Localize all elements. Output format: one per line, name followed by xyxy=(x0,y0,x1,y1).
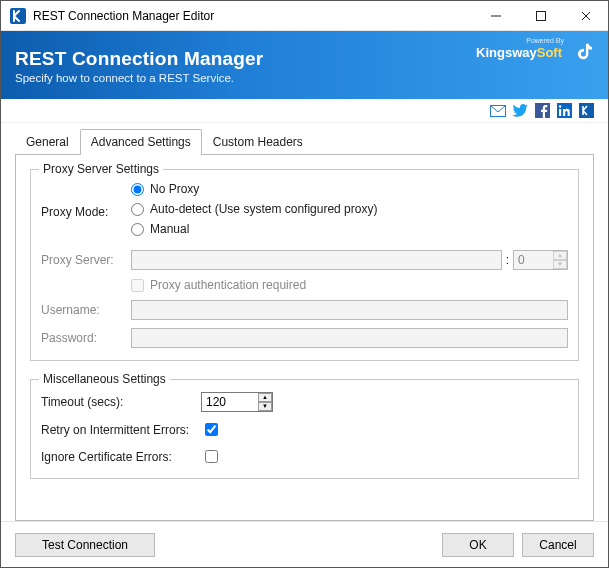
banner-brands: Powered By KingswaySoft xyxy=(476,41,596,63)
proxy-mode-no-proxy[interactable] xyxy=(131,183,144,196)
proxy-mode-label: Proxy Mode: xyxy=(41,205,131,219)
titlebar: REST Connection Manager Editor xyxy=(1,1,608,31)
timeout-label: Timeout (secs): xyxy=(41,395,201,409)
username-input[interactable] xyxy=(131,300,568,320)
timeout-down[interactable]: ▼ xyxy=(258,402,272,411)
proxy-mode-manual[interactable] xyxy=(131,223,144,236)
twitter-icon[interactable] xyxy=(512,103,528,119)
tabs-area: General Advanced Settings Custom Headers… xyxy=(1,123,608,521)
proxy-server-label: Proxy Server: xyxy=(41,253,131,267)
window: REST Connection Manager Editor REST Conn… xyxy=(0,0,609,568)
tab-advanced-settings[interactable]: Advanced Settings xyxy=(80,129,202,155)
ok-button[interactable]: OK xyxy=(442,533,514,557)
misc-legend: Miscellaneous Settings xyxy=(39,372,170,386)
ignore-cert-label: Ignore Certificate Errors: xyxy=(41,450,201,464)
tiktok-icon xyxy=(574,41,596,63)
kingswaysoft-logo: Powered By KingswaySoft xyxy=(476,45,562,60)
tab-custom-headers[interactable]: Custom Headers xyxy=(202,129,314,155)
proxy-mode-auto[interactable] xyxy=(131,203,144,216)
password-input[interactable] xyxy=(131,328,568,348)
tabstrip: General Advanced Settings Custom Headers xyxy=(15,129,594,155)
banner: REST Connection Manager Specify how to c… xyxy=(1,31,608,99)
window-title: REST Connection Manager Editor xyxy=(33,9,214,23)
svg-rect-1 xyxy=(491,15,501,16)
port-separator: : xyxy=(506,253,509,267)
proxy-server-input[interactable] xyxy=(131,250,502,270)
proxy-port-up[interactable]: ▲ xyxy=(553,251,567,260)
test-connection-button[interactable]: Test Connection xyxy=(15,533,155,557)
timeout-up[interactable]: ▲ xyxy=(258,393,272,402)
proxy-mode-manual-label[interactable]: Manual xyxy=(150,222,189,236)
facebook-icon[interactable] xyxy=(534,103,550,119)
proxy-mode-no-proxy-label[interactable]: No Proxy xyxy=(150,182,199,196)
maximize-button[interactable] xyxy=(518,1,563,31)
retry-label: Retry on Intermittent Errors: xyxy=(41,423,201,437)
svg-rect-2 xyxy=(536,11,545,20)
minimize-button[interactable] xyxy=(473,1,518,31)
cancel-button[interactable]: Cancel xyxy=(522,533,594,557)
svg-rect-8 xyxy=(579,103,594,118)
social-bar xyxy=(1,99,608,123)
banner-subheading: Specify how to connect to a REST Service… xyxy=(15,72,594,84)
username-label: Username: xyxy=(41,303,131,317)
proxy-group: Proxy Server Settings Proxy Mode: No Pro… xyxy=(30,169,579,361)
proxy-legend: Proxy Server Settings xyxy=(39,162,163,176)
email-icon[interactable] xyxy=(490,103,506,119)
app-icon xyxy=(9,7,27,25)
proxy-mode-auto-label[interactable]: Auto-detect (Use system configured proxy… xyxy=(150,202,377,216)
svg-rect-0 xyxy=(10,8,26,24)
svg-rect-6 xyxy=(559,109,561,116)
k-icon[interactable] xyxy=(578,103,594,119)
proxy-auth-checkbox[interactable] xyxy=(131,279,144,292)
tab-content-advanced: Proxy Server Settings Proxy Mode: No Pro… xyxy=(15,155,594,521)
tab-general[interactable]: General xyxy=(15,129,80,155)
proxy-auth-label: Proxy authentication required xyxy=(150,278,306,292)
close-button[interactable] xyxy=(563,1,608,31)
ignore-cert-checkbox[interactable] xyxy=(205,450,218,463)
proxy-mode-radiogroup: No Proxy Auto-detect (Use system configu… xyxy=(131,182,377,242)
misc-group: Miscellaneous Settings Timeout (secs): ▲… xyxy=(30,379,579,479)
proxy-port-down[interactable]: ▼ xyxy=(553,260,567,269)
password-label: Password: xyxy=(41,331,131,345)
retry-checkbox[interactable] xyxy=(205,423,218,436)
svg-point-7 xyxy=(558,105,560,107)
linkedin-icon[interactable] xyxy=(556,103,572,119)
bottom-bar: Test Connection OK Cancel xyxy=(1,521,608,567)
